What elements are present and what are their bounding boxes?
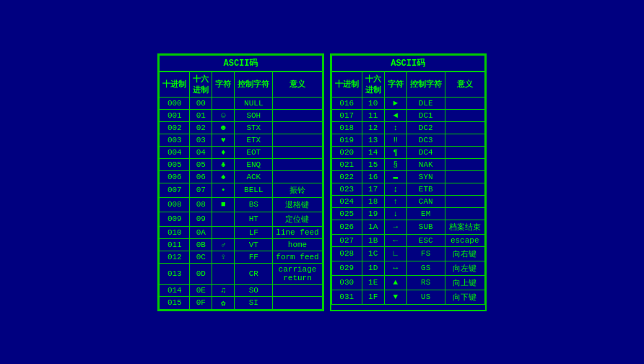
cell-13-0: 013 [160,263,190,284]
cell-8-3: CAN [406,195,445,207]
cell-0-2: ► [384,97,406,109]
cell-7-3: BELL [235,183,273,197]
cell-4-1: 04 [190,146,212,158]
cell-12-3: FS [406,246,445,261]
right-header-meaning: 意义 [445,72,484,97]
cell-1-1: 11 [362,109,384,121]
cell-3-3: ETX [235,134,273,146]
cell-4-2: ¶ [384,146,406,158]
cell-6-0: 022 [331,170,362,183]
cell-10-3: LF [235,226,273,238]
cell-8-4 [445,195,484,207]
cell-13-0: 029 [331,261,362,275]
cell-10-1: 0A [190,226,212,238]
cell-14-1: 0E [190,284,212,296]
cell-12-0: 012 [160,251,190,263]
table-row: 00404♦EOT [160,146,322,158]
cell-15-1: 1F [362,290,384,304]
cell-10-0: 010 [160,226,190,238]
cell-9-4 [445,207,484,220]
right-ascii-table: ASCII码 十进制 十六进制 字符 控制字符 意义 01610►DLE0171… [330,53,487,311]
cell-6-2: ♠ [212,170,235,183]
cell-0-3: DLE [406,97,445,109]
cell-5-1: 05 [190,158,212,170]
table-row: 01812↕DC2 [331,121,484,134]
cell-15-0: 015 [160,296,190,309]
cell-11-4: escape [445,234,484,246]
cell-9-1: 19 [362,207,384,220]
cell-5-3: NAK [406,158,445,170]
cell-5-2: ♣ [212,158,235,170]
table-row: 00808■BS退格键 [160,197,322,212]
cell-4-4 [445,146,484,158]
cell-8-0: 008 [160,197,190,212]
cell-7-1: 17 [362,183,384,195]
cell-10-0: 026 [331,220,362,234]
cell-2-4 [445,121,484,134]
table-row: 0281C∟FS向右键 [331,246,484,261]
cell-12-3: FF [235,251,273,263]
cell-11-3: ESC [406,234,445,246]
cell-10-2 [212,226,235,238]
cell-5-4 [273,158,322,170]
table-row: 00606♠ACK [160,170,322,183]
right-header-ctrl: 控制字符 [406,72,445,97]
cell-4-3: EOT [235,146,273,158]
cell-0-3: NULL [235,97,273,109]
cell-14-0: 030 [331,275,362,290]
cell-1-1: 01 [190,109,212,121]
cell-13-2 [212,263,235,284]
left-header-ctrl: 控制字符 [235,72,273,97]
cell-8-0: 024 [331,195,362,207]
cell-14-2: ♫ [212,284,235,296]
right-header-decimal: 十进制 [331,72,362,97]
cell-14-4: 向上键 [445,275,484,290]
cell-15-1: 0F [190,296,212,309]
cell-12-1: 0C [190,251,212,263]
cell-5-4 [445,158,484,170]
table-row: 02014¶DC4 [331,146,484,158]
table-row: 0301E▲RS向上键 [331,275,484,290]
cell-2-1: 02 [190,121,212,134]
cell-11-2: ← [384,234,406,246]
cell-0-1: 00 [190,97,212,109]
cell-10-4: line feed [273,226,322,238]
cell-4-0: 004 [160,146,190,158]
table-row: 02418↑CAN [331,195,484,207]
cell-8-4: 退格键 [273,197,322,212]
cell-2-3: STX [235,121,273,134]
cell-4-3: DC4 [406,146,445,158]
cell-8-2: ■ [212,197,235,212]
table-row: 02317↨ETB [331,183,484,195]
cell-3-2: ♥ [212,134,235,146]
cell-4-0: 020 [331,146,362,158]
table-row: 02115§NAK [331,158,484,170]
cell-15-3: SI [235,296,273,309]
cell-14-1: 1E [362,275,384,290]
cell-3-0: 003 [160,134,190,146]
cell-7-0: 023 [331,183,362,195]
table-row: 0120C♀FFform feed [160,251,322,263]
cell-13-2: ↔ [384,261,406,275]
cell-1-4 [445,109,484,121]
table-row: 0150F✿SI [160,296,322,309]
cell-1-3: SOH [235,109,273,121]
table-row: 00101☺SOH [160,109,322,121]
cell-10-2: → [384,220,406,234]
cell-9-3: EM [406,207,445,220]
table-row: 0130DCRcarriagereturn [160,263,322,284]
cell-14-0: 014 [160,284,190,296]
cell-12-2: ∟ [384,246,406,261]
right-header-char: 字符 [384,72,406,97]
cell-15-3: US [406,290,445,304]
cell-9-4: 定位键 [273,212,322,226]
cell-3-0: 019 [331,134,362,146]
cell-6-4 [445,170,484,183]
table-row: 00000NULL [160,97,322,109]
cell-11-0: 011 [160,238,190,251]
cell-6-1: 16 [362,170,384,183]
cell-15-4: 向下键 [445,290,484,304]
cell-14-2: ▲ [384,275,406,290]
table-row: 0100ALFline feed [160,226,322,238]
cell-11-1: 0B [190,238,212,251]
